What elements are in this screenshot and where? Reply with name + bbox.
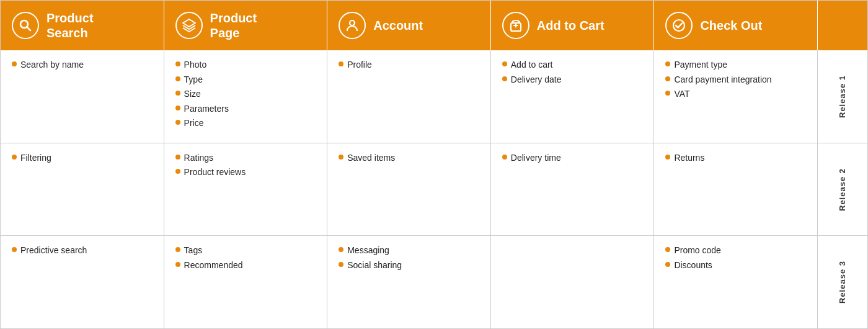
bullet-dot (339, 155, 343, 160)
svg-point-3 (350, 20, 355, 25)
table-row-release3: Predictive search Tags Recommended Messa… (1, 236, 867, 328)
search-icon (12, 12, 39, 39)
list-item: Discounts (665, 259, 806, 272)
list-item: Price (175, 117, 316, 130)
bullet-dot (665, 155, 670, 160)
list-item: Delivery time (502, 152, 643, 164)
cell-r3-product-search: Predictive search (1, 236, 164, 328)
bullet-dot (175, 155, 180, 160)
cell-r1-product-page: Photo Type Size Parameters Price (164, 50, 328, 143)
cell-r2-account: Saved items (327, 143, 491, 236)
cell-r2-add-to-cart: Delivery time (491, 143, 655, 236)
list-item: Messaging (339, 245, 479, 257)
bullet-dot (339, 262, 343, 267)
bullet-dot (175, 76, 180, 81)
svg-point-7 (673, 20, 684, 31)
list-item: Delivery date (502, 74, 643, 86)
cell-r2-check-out: Returns (654, 143, 818, 236)
header-row: ProductSearch ProductPage Account (1, 1, 867, 50)
list-item: Saved items (339, 152, 479, 164)
list-item: Search by name (12, 59, 153, 71)
list-item: Filtering (12, 152, 153, 164)
cell-r2-product-page: Ratings Product reviews (164, 143, 328, 236)
list-item: Tags (175, 245, 316, 257)
cell-r1-account: Profile (327, 50, 491, 143)
cell-r3-account: Messaging Social sharing (327, 236, 491, 328)
header-title-account: Account (373, 18, 423, 33)
list-item: Predictive search (12, 245, 153, 257)
bullet-dot (12, 247, 17, 252)
roadmap-table: ProductSearch ProductPage Account (0, 0, 868, 329)
header-product-search: ProductSearch (1, 1, 164, 50)
bag-icon (502, 12, 529, 39)
bullet-dot (175, 61, 180, 66)
bullet-dot (175, 262, 180, 267)
list-item: Recommended (175, 259, 316, 272)
cell-r1-product-search: Search by name (1, 50, 164, 143)
cell-r1-check-out: Payment type Card payment integration VA… (654, 50, 818, 143)
header-title-check-out: Check Out (700, 18, 762, 33)
header-product-page: ProductPage (164, 1, 328, 50)
list-item: Promo code (665, 245, 806, 257)
header-add-to-cart: Add to Cart (491, 1, 655, 50)
release-label-2: Release 2 (838, 168, 847, 211)
list-item: Ratings (175, 152, 316, 164)
bullet-dot (502, 61, 507, 66)
cell-r2-product-search: Filtering (1, 143, 164, 236)
person-icon (339, 12, 366, 39)
header-title-product-search: ProductSearch (46, 11, 94, 40)
svg-line-1 (27, 27, 31, 31)
cell-r1-add-to-cart: Add to cart Delivery date (491, 50, 655, 143)
bullet-dot (502, 155, 507, 160)
list-item: Photo (175, 59, 316, 71)
bullet-dot (339, 247, 343, 252)
bullet-dot (12, 61, 17, 66)
table-body: Search by name Photo Type Size Parameter… (1, 50, 867, 328)
layers-icon (175, 12, 203, 39)
header-title-add-to-cart: Add to Cart (537, 18, 604, 33)
bullet-dot (175, 106, 180, 110)
table-row-release1: Search by name Photo Type Size Parameter… (1, 50, 867, 143)
header-title-product-page: ProductPage (210, 11, 257, 40)
bullet-dot (665, 76, 670, 81)
list-item: VAT (665, 88, 806, 101)
release-label-1: Release 1 (838, 75, 847, 118)
bullet-dot (665, 91, 670, 96)
list-item: Card payment integration (665, 74, 806, 86)
header-check-out: Check Out (654, 1, 818, 50)
bullet-dot (175, 169, 180, 174)
checkmark-icon (665, 12, 693, 39)
cell-r2-release: Release 2 (818, 143, 867, 236)
list-item: Parameters (175, 103, 316, 115)
bullet-dot (339, 61, 343, 66)
list-item: Add to cart (502, 59, 643, 71)
svg-marker-2 (183, 19, 195, 27)
list-item: Product reviews (175, 166, 316, 179)
bullet-dot (175, 91, 180, 96)
bullet-dot (665, 247, 670, 252)
list-item: Type (175, 74, 316, 86)
cell-r3-product-page: Tags Recommended (164, 236, 328, 328)
bullet-dot (665, 61, 670, 66)
bullet-dot (175, 120, 180, 125)
bullet-dot (502, 76, 507, 81)
cell-r1-release: Release 1 (818, 50, 867, 143)
list-item: Returns (665, 152, 806, 164)
list-item: Social sharing (339, 259, 479, 272)
list-item: Profile (339, 59, 479, 71)
cell-r3-release: Release 3 (818, 236, 867, 328)
header-release-spacer (818, 1, 867, 50)
bullet-dot (665, 262, 670, 267)
table-row-release2: Filtering Ratings Product reviews Saved … (1, 143, 867, 237)
bullet-dot (175, 247, 180, 252)
list-item: Size (175, 88, 316, 101)
cell-r3-add-to-cart (491, 236, 655, 328)
cell-r3-check-out: Promo code Discounts (654, 236, 818, 328)
release-label-3: Release 3 (838, 261, 847, 304)
list-item: Payment type (665, 59, 806, 71)
bullet-dot (12, 155, 17, 160)
header-account: Account (327, 1, 491, 50)
